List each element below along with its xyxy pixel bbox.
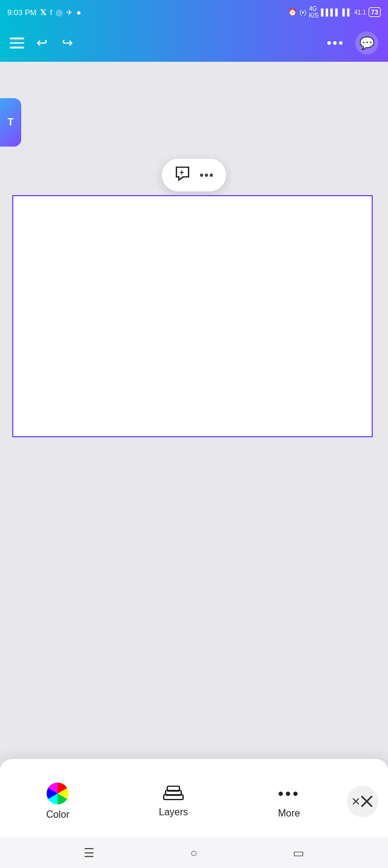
- color-tool[interactable]: Color: [0, 777, 116, 826]
- toolbar-right: ••• 💬: [327, 31, 378, 55]
- toolbar-left: ↩ ↪: [10, 33, 75, 53]
- top-toolbar: ↩ ↪ ••• 💬: [0, 24, 388, 62]
- color-wheel-icon: [47, 783, 69, 804]
- close-button[interactable]: ×: [347, 786, 378, 817]
- signal-icon: ▌▌▌▌: [321, 8, 340, 16]
- layers-label: Layers: [159, 807, 188, 818]
- bubble-more-dots[interactable]: •••: [199, 168, 214, 182]
- more-label: More: [278, 808, 299, 819]
- layers-tool[interactable]: Layers: [116, 779, 232, 824]
- left-float-element[interactable]: T: [0, 98, 21, 147]
- canvas-frame[interactable]: [12, 195, 373, 437]
- action-bubble[interactable]: + •••: [162, 159, 226, 191]
- status-bar: 9:03 PM 𝕏 f ◎ ✈ ● ⏰ (•) 4GK/S ▌▌▌▌ ▌▌ 41…: [0, 0, 388, 24]
- battery-indicator: 73: [369, 7, 381, 17]
- status-right: ⏰ (•) 4GK/S ▌▌▌▌ ▌▌ 41.1 73: [288, 5, 381, 19]
- hamburger-line-2: [10, 42, 24, 44]
- speed-label: 41.1: [354, 9, 366, 16]
- x-icon: 𝕏: [40, 8, 46, 17]
- close-icon: ×: [352, 793, 360, 810]
- comment-plus-icon[interactable]: +: [174, 165, 191, 185]
- status-left: 9:03 PM 𝕏 f ◎ ✈ ●: [7, 8, 81, 17]
- canvas-area: T + •••: [0, 62, 388, 789]
- telegram-icon: ✈: [66, 8, 73, 17]
- network-4g-label: 4GK/S: [309, 5, 318, 19]
- bottom-toolbar: Color Layers ••• More ×: [0, 759, 388, 838]
- redo-button[interactable]: ↪: [59, 33, 75, 53]
- more-options-button[interactable]: •••: [327, 35, 344, 51]
- menu-button[interactable]: [10, 38, 24, 48]
- home-back-icon[interactable]: ☰: [84, 846, 95, 860]
- signal2-icon: ▌▌: [343, 8, 352, 16]
- facebook-icon: f: [50, 8, 52, 17]
- alarm-icon: ⏰: [288, 8, 297, 16]
- toolbar-history-icons: ↩ ↪: [34, 33, 75, 53]
- layers-icon-svg: [162, 785, 184, 802]
- comment-icon-svg: +: [174, 165, 191, 182]
- hamburger-line-1: [10, 38, 24, 39]
- more-tool[interactable]: ••• More: [231, 778, 347, 825]
- color-label: Color: [46, 809, 69, 820]
- hamburger-line-3: [10, 47, 24, 48]
- home-square-icon[interactable]: ▭: [293, 846, 304, 860]
- more-dots-icon: •••: [278, 784, 300, 803]
- svg-text:+: +: [179, 168, 184, 177]
- left-float-label: T: [8, 117, 14, 128]
- undo-button[interactable]: ↩: [34, 33, 50, 53]
- chat-icon: 💬: [360, 36, 375, 50]
- close-x-icon: [360, 795, 373, 808]
- layers-icon: [162, 785, 184, 802]
- time-display: 9:03 PM: [7, 8, 36, 17]
- home-circle-icon[interactable]: ○: [190, 846, 197, 860]
- dot-icon: ●: [76, 8, 81, 17]
- chat-button[interactable]: 💬: [355, 31, 378, 55]
- browser-icon: ◎: [56, 8, 62, 17]
- home-bar: ☰ ○ ▭: [0, 838, 388, 868]
- wifi-icon: (•): [299, 8, 306, 16]
